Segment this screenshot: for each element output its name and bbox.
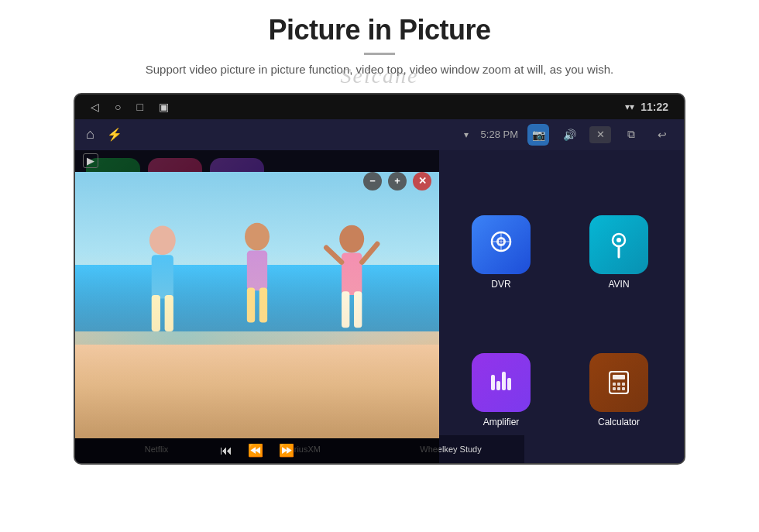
fast-forward-button[interactable]: ⏩ — [279, 443, 294, 458]
page-wrapper: Picture in Picture Seicane Support video… — [0, 0, 759, 532]
video-overlay — [75, 172, 439, 438]
pip-minimize-button[interactable]: − — [363, 172, 382, 190]
amplifier-icon — [472, 353, 531, 412]
pip-video-area — [75, 172, 439, 438]
pip-window[interactable]: ▶ − + ✕ — [75, 150, 439, 463]
pip-close-button[interactable]: ✕ — [413, 172, 431, 190]
pip-expand-button[interactable]: + — [388, 172, 407, 190]
home-icon[interactable]: ⌂ — [86, 126, 94, 142]
amplifier-app[interactable]: Amplifier — [447, 299, 555, 427]
svg-rect-25 — [507, 378, 511, 390]
app-bar: ⌂ ⚡ ▾ 5:28 PM 📷 🔊 ✕ ⧉ ↩ — [75, 119, 684, 150]
usb-icon: ⚡ — [107, 127, 122, 142]
svg-rect-31 — [613, 387, 616, 390]
rewind-button[interactable]: ⏪ — [248, 443, 263, 458]
pip-top-bar: ▶ — [75, 150, 439, 172]
status-time: 11:22 — [641, 101, 668, 113]
svg-rect-32 — [617, 387, 620, 390]
svg-rect-24 — [502, 372, 506, 390]
svg-rect-23 — [496, 381, 500, 390]
calculator-icon — [589, 353, 648, 412]
status-bar: ◁ ○ □ ▣ ▾▾ 11:22 — [75, 94, 684, 119]
amplifier-svg — [486, 367, 517, 398]
page-subtitle: Support video picture in picture functio… — [70, 61, 689, 79]
volume-button[interactable]: 🔊 — [558, 124, 580, 146]
split-window-button[interactable]: ⧉ — [620, 124, 642, 146]
device-frame: ◁ ○ □ ▣ ▾▾ 11:22 ⌂ ⚡ ▾ 5:28 PM 📷 🔊 ✕ — [74, 93, 685, 465]
close-window-button[interactable]: ✕ — [589, 126, 611, 143]
page-title: Picture in Picture — [46, 14, 713, 46]
wifi-signal-icon: ▾▾ — [625, 101, 634, 112]
dvr-icon — [472, 215, 531, 274]
dvr-svg — [486, 229, 517, 260]
svg-rect-30 — [622, 383, 625, 386]
app-bar-right: ▾ 5:28 PM 📷 🔊 ✕ ⧉ ↩ — [464, 124, 673, 146]
nav-screenshot-icon[interactable]: ▣ — [159, 101, 169, 113]
avin-app[interactable]: AVIN — [565, 161, 673, 290]
nav-home-icon[interactable]: ○ — [115, 101, 121, 113]
app-bar-left: ⌂ ⚡ — [86, 126, 122, 142]
nav-back-icon[interactable]: ◁ — [91, 101, 99, 113]
avin-icon — [589, 215, 648, 274]
svg-rect-27 — [613, 375, 625, 379]
pip-overlay-controls: − + ✕ — [363, 172, 431, 190]
svg-rect-33 — [622, 387, 625, 390]
dvr-label: DVR — [491, 279, 510, 290]
svg-rect-28 — [613, 383, 616, 386]
amplifier-label: Amplifier — [483, 417, 520, 427]
app-grid: DVR AVIN — [436, 150, 684, 463]
avin-svg — [603, 229, 634, 260]
pip-controls: ⏮ ⏪ ⏩ — [75, 438, 439, 463]
svg-rect-29 — [617, 383, 620, 386]
title-divider — [364, 53, 395, 55]
nav-recent-icon[interactable]: □ — [136, 101, 143, 113]
wifi-icon: ▾ — [464, 129, 469, 140]
calculator-svg — [603, 367, 634, 398]
back-button[interactable]: ↩ — [651, 124, 673, 146]
calculator-label: Calculator — [598, 417, 640, 427]
status-right: ▾▾ 11:22 — [625, 101, 668, 113]
dvr-app[interactable]: DVR — [447, 161, 555, 290]
avin-label: AVIN — [608, 279, 629, 290]
main-content: N S ⊙ ▶ − + ✕ — [75, 150, 684, 463]
nav-buttons: ◁ ○ □ ▣ — [91, 101, 169, 113]
appbar-time: 5:28 PM — [481, 129, 518, 140]
svg-rect-22 — [491, 375, 495, 390]
pip-video-icon: ▶ — [83, 153, 98, 168]
camera-button[interactable]: 📷 — [527, 124, 549, 146]
header-section: Picture in Picture Seicane Support video… — [0, 0, 759, 87]
prev-button[interactable]: ⏮ — [220, 444, 232, 458]
calculator-app[interactable]: Calculator — [565, 299, 673, 427]
svg-point-21 — [616, 238, 621, 242]
